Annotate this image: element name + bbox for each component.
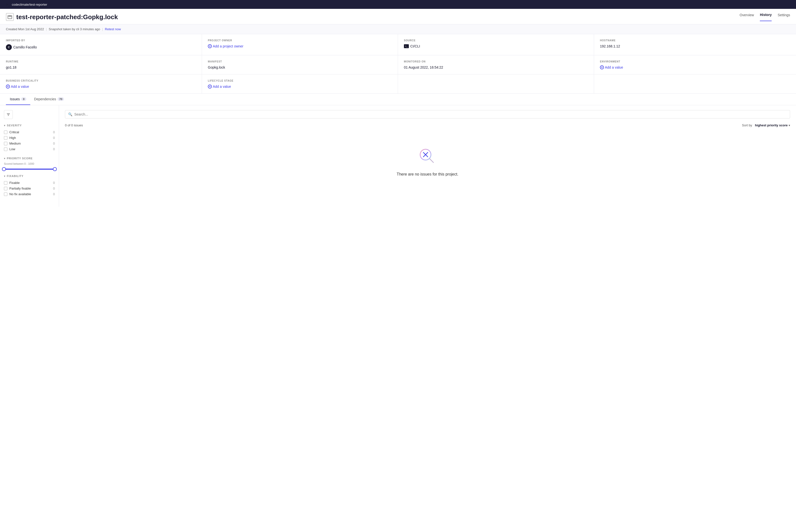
partially-fixable-count: 0 xyxy=(53,187,55,190)
high-checkbox[interactable] xyxy=(4,136,7,140)
slider-thumb-left[interactable] xyxy=(2,167,6,171)
priority-score-header[interactable]: ▾ PRIORITY SCORE xyxy=(4,157,55,160)
search-input[interactable] xyxy=(74,112,787,116)
filter-high: High 0 xyxy=(4,135,55,140)
info-environment: ENVIRONMENT + Add a value xyxy=(594,55,790,74)
search-icon: 🔍 xyxy=(68,112,72,116)
slider-fill xyxy=(4,169,55,170)
no-fix-checkbox[interactable] xyxy=(4,192,7,196)
slider-range-label: Scored between 0 - 1000 xyxy=(4,162,55,165)
add-criticality-link[interactable]: + Add a value xyxy=(6,84,29,89)
filter-icon-button[interactable] xyxy=(4,110,13,119)
issues-header: 0 of 0 issues Sort by highest priority s… xyxy=(65,124,790,127)
critical-count: 0 xyxy=(53,130,55,134)
severity-header[interactable]: ▾ SEVERITY xyxy=(4,124,55,127)
add-lifecycle-text: Add a value xyxy=(213,84,231,89)
business-criticality-value: + Add a value xyxy=(6,84,196,89)
nav-settings[interactable]: Settings xyxy=(778,13,790,21)
package-icon xyxy=(6,13,14,21)
fixable-checkbox[interactable] xyxy=(4,181,7,185)
business-criticality-label: BUSINESS CRITICALITY xyxy=(6,79,196,82)
terminal-icon: >_ xyxy=(6,2,10,6)
high-label: High xyxy=(10,136,16,140)
slider-thumb-right[interactable] xyxy=(53,167,57,171)
runtime-label: RUNTIME xyxy=(6,60,196,63)
retest-link[interactable]: Retest now xyxy=(105,27,121,31)
partially-fixable-checkbox[interactable] xyxy=(4,187,7,190)
repo-path: codeclimate/test-reporter xyxy=(12,3,47,6)
filter-low-left: Low xyxy=(4,147,15,151)
fixability-label: FIXABILITY xyxy=(7,174,24,177)
runtime-value: go1.18 xyxy=(6,65,196,69)
filter-medium: Medium 0 xyxy=(4,140,55,146)
info-source: SOURCE >_ CI/CLI xyxy=(398,34,594,55)
add-project-owner-link[interactable]: + Add a project owner xyxy=(208,44,243,48)
search-bar[interactable]: 🔍 xyxy=(65,110,790,118)
empty-state: There are no issues for this project. xyxy=(65,132,790,191)
tab-issues-count: 0 xyxy=(21,97,26,101)
source-value: >_ CI/CLI xyxy=(404,44,588,48)
project-owner-label: PROJECT OWNER xyxy=(208,39,392,42)
header-top: test-reporter-patched:Gopkg.lock Overvie… xyxy=(6,13,790,21)
severity-section: ▾ SEVERITY Critical 0 High 0 xyxy=(4,124,55,152)
critical-label: Critical xyxy=(10,130,19,134)
severity-label: SEVERITY xyxy=(7,124,22,127)
svg-line-10 xyxy=(430,159,433,163)
priority-score-label: PRIORITY SCORE xyxy=(7,157,33,160)
fixability-header[interactable]: ▾ FIXABILITY xyxy=(4,174,55,177)
page-title-row: test-reporter-patched:Gopkg.lock xyxy=(6,13,118,21)
add-lifecycle-link[interactable]: + Add a value xyxy=(208,84,231,89)
issues-count: 0 of 0 issues xyxy=(65,124,83,127)
ci-cli-icon: >_ xyxy=(404,44,409,48)
info-empty-2 xyxy=(594,75,790,93)
filter-partially-fixable-left: Partially fixable xyxy=(4,187,31,190)
medium-count: 0 xyxy=(53,141,55,145)
empty-state-text: There are no issues for this project. xyxy=(397,172,459,176)
sidebar: ▾ SEVERITY Critical 0 High 0 xyxy=(0,105,59,207)
tab-issues[interactable]: Issues 0 xyxy=(6,94,30,105)
hostname-label: HOSTNAME xyxy=(600,39,790,42)
info-lifecycle-stage: LIFECYCLE STAGE + Add a value xyxy=(202,75,398,93)
sort-chevron: ▾ xyxy=(789,124,790,127)
info-monitored-on: MONITORED ON 01 August 2022, 16:54:22 xyxy=(398,55,594,74)
hostname-value: 192.168.1.12 xyxy=(600,44,790,48)
info-grid-row2: RUNTIME go1.18 MANIFEST Gopkg.lock MONIT… xyxy=(0,55,796,75)
tab-dependencies[interactable]: Dependencies 70 xyxy=(30,94,68,105)
sort-control[interactable]: Sort by highest priority score ▾ xyxy=(742,124,790,127)
top-bar: >_ codeclimate/test-reporter xyxy=(0,0,796,9)
filter-high-left: High xyxy=(4,136,16,140)
fixable-label: Fixable xyxy=(10,181,20,185)
right-panel: 🔍 0 of 0 issues Sort by highest priority… xyxy=(59,105,796,207)
nav-history[interactable]: History xyxy=(760,13,772,21)
add-criticality-text: Add a value xyxy=(11,84,29,89)
medium-label: Medium xyxy=(10,141,21,145)
info-hostname: HOSTNAME 192.168.1.12 xyxy=(594,34,790,55)
add-icon: + xyxy=(208,44,212,48)
add-environment-link[interactable]: + Add a value xyxy=(600,65,623,69)
info-grid-row3: BUSINESS CRITICALITY + Add a value LIFEC… xyxy=(0,75,796,94)
meta-row: Created Mon 1st Aug 2022 | Snapshot take… xyxy=(0,24,796,34)
sort-key: highest priority score xyxy=(755,124,788,127)
low-checkbox[interactable] xyxy=(4,148,7,151)
environment-value: + Add a value xyxy=(600,65,790,69)
meta-sep1: | xyxy=(46,27,47,31)
info-business-criticality: BUSINESS CRITICALITY + Add a value xyxy=(6,75,202,93)
info-imported-by: IMPORTED BY C Camillo Facello xyxy=(6,34,202,55)
fixable-count: 0 xyxy=(53,181,55,185)
add-project-owner-text: Add a project owner xyxy=(213,44,243,48)
header-section: test-reporter-patched:Gopkg.lock Overvie… xyxy=(0,9,796,24)
medium-checkbox[interactable] xyxy=(4,142,7,145)
lifecycle-stage-label: LIFECYCLE STAGE xyxy=(208,79,392,82)
low-count: 0 xyxy=(53,147,55,151)
priority-slider-track[interactable] xyxy=(4,169,55,170)
filter-partially-fixable: Partially fixable 0 xyxy=(4,186,55,191)
lifecycle-stage-value: + Add a value xyxy=(208,84,392,89)
info-empty-1 xyxy=(398,75,594,93)
add-lifecycle-icon: + xyxy=(208,84,212,89)
imported-by-label: IMPORTED BY xyxy=(6,39,196,42)
priority-score-section: ▾ PRIORITY SCORE Scored between 0 - 1000 xyxy=(4,157,55,170)
nav-overview[interactable]: Overview xyxy=(740,13,754,21)
high-count: 0 xyxy=(53,136,55,140)
critical-checkbox[interactable] xyxy=(4,131,7,134)
filter-low: Low 0 xyxy=(4,146,55,152)
